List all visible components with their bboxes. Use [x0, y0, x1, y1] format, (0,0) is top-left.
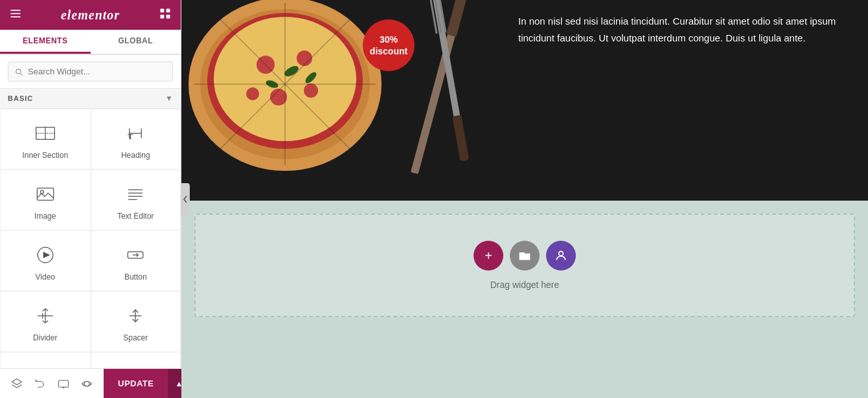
- left-panel: elementor ELEMENTS GLOBAL BASIC ▼: [0, 0, 181, 398]
- svg-rect-33: [59, 380, 69, 387]
- svg-rect-6: [166, 14, 170, 18]
- widget-divider[interactable]: Divider: [0, 291, 91, 352]
- svg-point-44: [304, 83, 318, 98]
- discount-badge: 30% discount: [363, 19, 415, 71]
- heading-icon: T: [123, 121, 148, 146]
- widget-video[interactable]: Video: [0, 230, 91, 291]
- update-button[interactable]: UPDATE: [104, 369, 168, 398]
- responsive-icon[interactable]: [52, 372, 75, 395]
- widget-image-label: Image: [34, 212, 56, 221]
- discount-line2: discount: [370, 45, 407, 57]
- spacer-icon: [123, 304, 148, 328]
- button-icon: [123, 243, 148, 267]
- widget-spacer-label: Spacer: [123, 333, 148, 342]
- collapse-handle[interactable]: [181, 183, 190, 216]
- svg-text:T: T: [128, 133, 133, 141]
- svg-point-36: [84, 381, 89, 386]
- svg-point-62: [559, 251, 564, 256]
- tab-global[interactable]: GLOBAL: [91, 30, 181, 54]
- bottom-bar: UPDATE ▲: [0, 368, 181, 398]
- update-btn-wrapper: UPDATE ▲: [104, 369, 189, 398]
- svg-rect-14: [37, 188, 53, 201]
- basic-section-header[interactable]: BASIC ▼: [0, 88, 181, 109]
- section-collapse-arrow: ▼: [165, 94, 173, 103]
- svg-rect-4: [166, 8, 170, 12]
- drag-widget-text: Drag widget here: [490, 280, 560, 290]
- body-paragraph: In non nisl sed nisi lacinia tincidunt. …: [518, 13, 849, 46]
- text-editor-icon: [123, 182, 148, 206]
- tab-elements[interactable]: ELEMENTS: [0, 30, 91, 54]
- svg-rect-3: [161, 8, 165, 12]
- widget-button[interactable]: Button: [91, 230, 181, 291]
- widget-text-editor-label: Text Editor: [117, 212, 154, 221]
- svg-point-42: [297, 50, 312, 66]
- svg-rect-5: [161, 14, 165, 18]
- basic-label: BASIC: [8, 94, 33, 102]
- utensils-svg: [395, 0, 492, 194]
- widget-video-label: Video: [36, 272, 55, 282]
- inner-section-icon: [33, 121, 58, 146]
- widget-spacer[interactable]: Spacer: [91, 291, 181, 352]
- preview-icon[interactable]: [75, 372, 98, 395]
- undo-icon[interactable]: [29, 372, 52, 395]
- svg-marker-21: [43, 252, 50, 258]
- widget-heading-label: Heading: [121, 151, 150, 160]
- widget-heading[interactable]: T Heading: [91, 109, 181, 170]
- grid-icon[interactable]: [159, 7, 172, 23]
- discount-line1: 30%: [380, 34, 398, 45]
- video-icon: [33, 243, 58, 267]
- add-template-button[interactable]: [510, 241, 540, 271]
- widget-divider-label: Divider: [33, 333, 57, 342]
- widget-maps[interactable]: Maps: [0, 352, 91, 368]
- layers-icon[interactable]: [5, 372, 29, 395]
- bottom-icons: [0, 372, 104, 395]
- widget-icon[interactable]: Icon: [91, 352, 181, 368]
- action-buttons: +: [474, 241, 576, 271]
- divider-icon: [33, 304, 58, 328]
- add-saved-button[interactable]: [546, 241, 576, 271]
- canvas-area: 30% discount In non nisl sed nisi lacini…: [181, 0, 868, 398]
- widget-text-editor[interactable]: Text Editor: [91, 170, 181, 230]
- svg-point-45: [246, 87, 259, 100]
- svg-point-15: [40, 190, 43, 193]
- add-element-button[interactable]: +: [474, 241, 503, 271]
- canvas-body-text: In non nisl sed nisi lacinia tincidunt. …: [499, 0, 868, 59]
- search-input[interactable]: [8, 61, 173, 82]
- widget-image[interactable]: Image: [0, 170, 91, 230]
- canvas-light-section: + Drag widget here: [181, 201, 868, 398]
- widget-inner-section-label: Inner Section: [22, 151, 68, 160]
- image-icon: [33, 182, 58, 206]
- svg-marker-32: [12, 379, 22, 384]
- widgets-grid: Inner Section T Heading: [0, 109, 181, 368]
- widget-inner-section[interactable]: Inner Section: [0, 109, 91, 170]
- canvas-dark-section: 30% discount In non nisl sed nisi lacini…: [181, 0, 868, 201]
- hamburger-icon[interactable]: [9, 7, 22, 23]
- app-logo: elementor: [61, 8, 120, 23]
- widget-button-label: Button: [124, 272, 147, 282]
- search-bar: [0, 55, 181, 88]
- panel-tabs: ELEMENTS GLOBAL: [0, 30, 181, 55]
- panel-header: elementor: [0, 0, 181, 30]
- drop-zone[interactable]: + Drag widget here: [194, 214, 855, 317]
- pizza-image: [181, 0, 389, 188]
